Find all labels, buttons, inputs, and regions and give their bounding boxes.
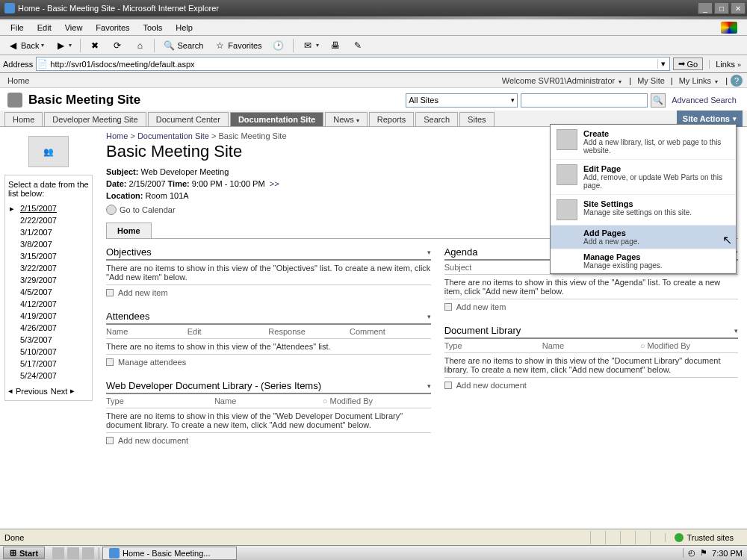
mail-icon: ✉	[302, 40, 314, 52]
top-tab-search[interactable]: Search	[415, 112, 458, 126]
quick-launch	[48, 547, 99, 559]
back-button[interactable]: ◀Back▾	[3, 37, 48, 54]
maximize-button[interactable]: □	[714, 2, 729, 14]
webpart-menu[interactable]: ▾	[427, 382, 431, 390]
my-links-menu[interactable]: My Links ▾	[676, 76, 722, 85]
window-titlebar: Home - Basic Meeting Site - Microsoft In…	[0, 0, 747, 16]
site-header: Basic Meeting Site All Sites▾ 🔍 Advanced…	[0, 88, 747, 111]
welcome-menu[interactable]: Welcome SVR01\Administrator ▾	[499, 76, 626, 85]
add-new-document-link[interactable]: Add new document	[106, 433, 431, 448]
site-action-site-settings[interactable]: Site SettingsManage site settings on thi…	[551, 195, 736, 225]
my-site-link[interactable]: My Site	[634, 76, 668, 85]
address-field[interactable]: 📄 ▾	[36, 57, 669, 71]
print-icon: 🖶	[329, 40, 341, 52]
manage-attendees-link[interactable]: Manage attendees	[106, 355, 431, 370]
date-item[interactable]: 3/15/2007	[8, 250, 89, 262]
print-button[interactable]: 🖶	[326, 37, 345, 54]
breadcrumb-docsite[interactable]: Documentation Site	[137, 131, 209, 140]
webpart-menu[interactable]: ▾	[427, 249, 431, 256]
top-tab-home[interactable]: Home	[4, 112, 43, 126]
start-button[interactable]: ⊞Start	[3, 547, 45, 559]
site-actions-dropdown: CreateAdd a new library, list, or web pa…	[550, 124, 737, 274]
links-label[interactable]: Links »	[709, 60, 744, 69]
date-item[interactable]: 4/19/2007	[8, 310, 89, 322]
search-button[interactable]: 🔍Search	[159, 37, 207, 54]
top-tab-developer-meeting-site[interactable]: Developer Meeting Site	[44, 112, 146, 126]
add-new-item-link[interactable]: Add new item	[444, 299, 738, 314]
menu-item-icon	[557, 164, 577, 185]
date-item[interactable]: 5/17/2007	[8, 358, 89, 370]
menu-edit[interactable]: Edit	[31, 22, 58, 34]
taskbar-button-ie[interactable]: Home - Basic Meeting...	[102, 547, 237, 560]
top-tab-documentation-site[interactable]: Documentation Site	[230, 112, 323, 126]
date-item[interactable]: 5/24/2007	[8, 370, 89, 382]
breadcrumb-home[interactable]: Home	[106, 131, 128, 140]
date-item[interactable]: 5/3/2007	[8, 334, 89, 346]
menu-view[interactable]: View	[59, 22, 89, 34]
top-tab-reports[interactable]: Reports	[369, 112, 415, 126]
top-tab-sites[interactable]: Sites	[459, 112, 494, 126]
date-item[interactable]: 2/15/2007	[8, 202, 89, 214]
advanced-search-link[interactable]: Advanced Search	[669, 96, 740, 105]
history-button[interactable]: 🕑	[269, 37, 288, 54]
site-action-edit-page[interactable]: Edit PageAdd, remove, or update Web Part…	[551, 160, 736, 195]
global-home-link[interactable]: Home	[4, 76, 32, 85]
search-go-button[interactable]: 🔍	[651, 93, 666, 108]
quick-launch-item[interactable]	[82, 547, 94, 559]
date-item[interactable]: 3/29/2007	[8, 274, 89, 286]
system-tray: ◴ ⚑ 7:30 PM	[683, 548, 747, 558]
address-input[interactable]	[49, 60, 657, 69]
site-action-manage-pages[interactable]: Manage PagesManage existing pages.	[551, 249, 736, 273]
page-tab-home[interactable]: Home	[106, 223, 152, 238]
search-icon: 🔍	[163, 40, 175, 52]
webpart-menu[interactable]: ▾	[427, 313, 431, 320]
forward-button[interactable]: ▶▾	[51, 37, 75, 54]
previous-link[interactable]: Previous	[16, 387, 48, 396]
date-item[interactable]: 4/12/2007	[8, 298, 89, 310]
site-action-create[interactable]: CreateAdd a new library, list, or web pa…	[551, 125, 736, 160]
time-expand-link[interactable]: >>	[270, 179, 279, 188]
home-button[interactable]: ⌂	[130, 37, 149, 54]
favorites-button[interactable]: ☆Favorites	[210, 37, 265, 54]
history-icon: 🕑	[273, 40, 285, 52]
site-action-add-pages[interactable]: Add PagesAdd a new page.	[551, 225, 736, 249]
refresh-button[interactable]: ⟳	[108, 37, 127, 54]
date-item[interactable]: 3/22/2007	[8, 262, 89, 274]
top-tab-document-center[interactable]: Document Center	[148, 112, 229, 126]
close-button[interactable]: ✕	[731, 2, 746, 14]
quick-launch-item[interactable]	[67, 547, 79, 559]
prev-arrow-icon[interactable]: ◂	[8, 386, 13, 396]
menu-help[interactable]: Help	[170, 22, 199, 34]
help-icon[interactable]: ?	[731, 75, 743, 87]
date-item[interactable]: 3/8/2007	[8, 238, 89, 250]
ie-icon	[4, 3, 15, 13]
menu-favorites[interactable]: Favorites	[90, 22, 135, 34]
stop-button[interactable]: ✖	[85, 37, 105, 54]
menu-tools[interactable]: Tools	[137, 22, 169, 34]
top-tab-news[interactable]: News▾	[325, 112, 368, 126]
date-item[interactable]: 5/10/2007	[8, 346, 89, 358]
webpart-attendees: Attendees▾ NameEditResponseComment There…	[106, 311, 431, 370]
tray-icon[interactable]: ◴	[688, 548, 695, 558]
next-link[interactable]: Next	[51, 387, 68, 396]
webpart-menu[interactable]: ▾	[734, 327, 738, 335]
address-dropdown[interactable]: ▾	[657, 59, 669, 69]
search-scope-dropdown[interactable]: All Sites▾	[406, 93, 518, 108]
webpart-doclib: Document Library▾ TypeNameModified By Th…	[444, 325, 738, 393]
date-item[interactable]: 4/5/2007	[8, 286, 89, 298]
quick-launch-item[interactable]	[52, 547, 64, 559]
menu-file[interactable]: File	[4, 22, 30, 34]
date-item[interactable]: 2/22/2007	[8, 214, 89, 226]
add-new-item-link[interactable]: Add new item	[106, 285, 431, 300]
date-item[interactable]: 4/26/2007	[8, 322, 89, 334]
date-item[interactable]: 3/1/2007	[8, 226, 89, 238]
next-arrow-icon[interactable]: ▸	[70, 386, 75, 396]
go-icon: ➡	[678, 59, 685, 69]
go-button[interactable]: ➡Go	[673, 57, 704, 70]
tray-icon[interactable]: ⚑	[700, 548, 707, 558]
minimize-button[interactable]: _	[698, 2, 713, 14]
edit-button[interactable]: ✎	[348, 37, 368, 54]
add-new-document-link[interactable]: Add new document	[444, 378, 738, 393]
mail-button[interactable]: ✉▾	[298, 37, 323, 54]
search-input[interactable]	[521, 93, 648, 108]
